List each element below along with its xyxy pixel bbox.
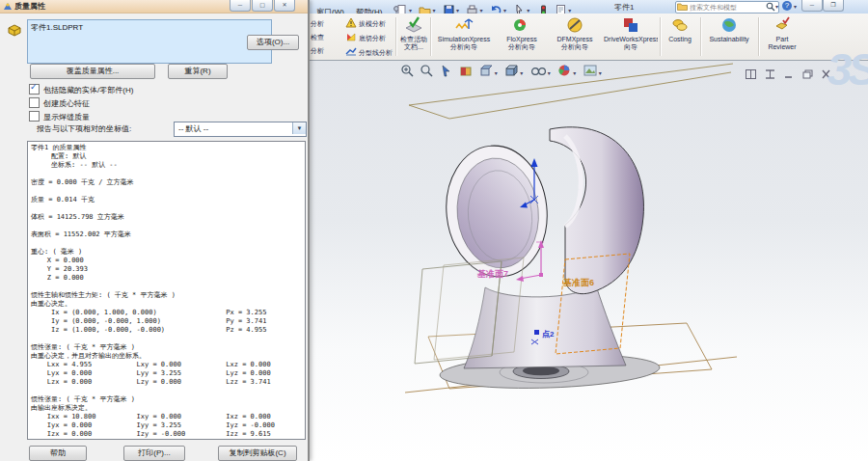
ribbon-item-costing[interactable]: Costing — [663, 15, 697, 43]
window-minimize-button[interactable]: ─ — [801, 0, 823, 12]
top-plane-edges[interactable] — [409, 64, 733, 119]
mass-properties-dialog: 质量属性 ─ ▢ ✕ 零件1.SLDPRT 选项(O)... 覆盖质量属性...… — [0, 0, 310, 461]
ribbon-item-undercut-analysis[interactable]: 底切分析 — [345, 32, 386, 44]
dialog-titlebar[interactable]: 质量属性 ─ ▢ ✕ — [0, 0, 308, 14]
checkbox-create-com-feature[interactable]: 创建质心特征 — [29, 97, 90, 108]
dialog-maximize-button[interactable]: ▢ — [252, 0, 273, 12]
options-button[interactable]: 选项(O)... — [247, 35, 299, 50]
dfmxpress-icon — [565, 16, 584, 34]
dialog-close-button[interactable]: ✕ — [274, 0, 295, 12]
search-input[interactable]: 搜索文件和模型 — [675, 1, 779, 14]
checkbox-icon — [29, 84, 40, 95]
document-title: 零件1 — [614, 2, 634, 13]
copy-to-clipboard-button[interactable]: 复制到剪贴板(C) — [218, 446, 297, 461]
check-document-icon — [404, 16, 423, 34]
ribbon-item-clipped-2[interactable]: 检查 — [311, 33, 324, 45]
ribbon-item-check-active-document[interactable]: 检查活动 文档... — [397, 15, 430, 51]
ribbon-item-clipped-3[interactable]: 分析 — [311, 46, 324, 59]
ribbon-item-sustainability[interactable]: Sustainability — [703, 15, 755, 43]
chevron-down-icon[interactable]: ▼ — [292, 122, 306, 134]
graphics-area[interactable]: ▾ ▾ ▾ ▾ ▾ 3S — [309, 60, 868, 461]
undercut-analysis-icon — [345, 32, 357, 42]
help-button[interactable]: 帮助 — [29, 446, 87, 461]
checkbox-icon — [29, 111, 40, 122]
point2-label[interactable]: 点2 — [542, 330, 555, 339]
plane7-label[interactable]: 基准面7 — [476, 269, 508, 279]
draft-analysis-icon — [345, 17, 357, 28]
ribbon-item-simulationxpress[interactable]: SimulationXpress 分析向导 — [433, 15, 495, 51]
dialog-title: 质量属性 — [14, 1, 45, 12]
search-icon[interactable] — [766, 2, 775, 12]
search-dropdown-icon[interactable]: ▾ — [775, 3, 778, 10]
ribbon-item-driveworksxpress[interactable]: DriveWorksXpress 向导 — [604, 15, 658, 51]
mass-properties-icon — [3, 2, 13, 12]
search-folder-icon — [677, 2, 688, 11]
override-mass-properties-button[interactable]: 覆盖质量属性... — [30, 64, 155, 79]
mass-properties-results[interactable]: 零件1 的质量属性 配置: 默认 坐标系: -- 默认 -- 密度 = 0.00… — [27, 141, 306, 440]
driveworksxpress-icon — [621, 16, 640, 34]
print-button[interactable]: 打印(P)... — [123, 446, 185, 461]
report-coordinate-label: 报告与以下项相对的坐标值: — [37, 123, 131, 134]
help-dropdown-icon[interactable]: ▾ — [794, 3, 797, 10]
recalculate-button[interactable]: 重算(R) — [168, 64, 228, 79]
coordinate-system-dropdown[interactable]: -- 默认 -- ▼ — [174, 122, 307, 137]
floxpress-icon — [512, 16, 531, 34]
ribbon-item-parting-line-analysis[interactable]: 分型线分析 — [345, 46, 393, 59]
tube-left-ring[interactable] — [440, 141, 554, 282]
help-icon[interactable]: ? — [782, 1, 792, 11]
part-icon — [7, 23, 22, 37]
window-restore-button[interactable]: ❐ — [823, 0, 844, 12]
checkbox-show-weld-mass[interactable]: 显示焊缝质量 — [29, 111, 90, 122]
part-reviewer-icon — [773, 16, 792, 34]
checkbox-icon — [29, 97, 40, 108]
model-canvas[interactable]: 基准面7 基准面6 点2 — [309, 61, 868, 461]
ribbon-item-dfmxpress[interactable]: DFMXpress 分析向导 — [548, 15, 602, 51]
parting-line-icon — [345, 46, 357, 57]
costing-icon — [670, 16, 690, 34]
simulationxpress-icon — [454, 16, 474, 34]
ribbon-item-floxpress[interactable]: FloXpress 分析向导 — [498, 15, 546, 51]
ribbon-item-clipped-1[interactable]: 分析 — [311, 19, 324, 32]
results-text: 零件1 的质量属性 配置: 默认 坐标系: -- 默认 -- 密度 = 0.00… — [28, 142, 305, 439]
sustainability-icon — [719, 16, 739, 34]
selected-item-box[interactable]: 零件1.SLDPRT — [27, 19, 272, 64]
ribbon-item-draft-analysis[interactable]: 拔模分析 — [345, 17, 386, 30]
checkbox-include-hidden[interactable]: 包括隐藏的实体/零部件(H) — [29, 84, 133, 95]
dialog-minimize-button[interactable]: ─ — [230, 0, 251, 12]
ribbon-item-part-reviewer[interactable]: Part Reviewer — [761, 15, 803, 51]
plane6-label[interactable]: 基准面6 — [562, 278, 594, 287]
